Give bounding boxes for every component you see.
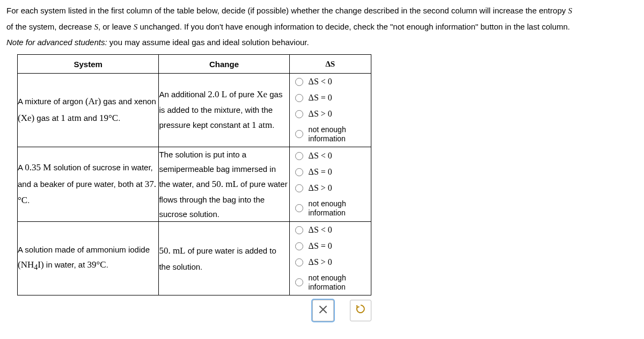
radio-ds-eq[interactable]	[295, 168, 303, 176]
radio-ds-gt[interactable]	[295, 258, 303, 266]
option-label: ΔS = 0	[309, 167, 332, 177]
table-row: A 0.35 M solution of sucrose in water, a…	[18, 147, 371, 222]
system-cell: A 0.35 M solution of sucrose in water, a…	[18, 147, 159, 222]
table-row: A mixture of argon (Ar) gas and xenon (X…	[18, 74, 371, 147]
intro-text: , or leave	[98, 22, 134, 31]
change-cell: An additional 2.0 L of pure Xe gas is ad…	[159, 74, 289, 147]
option-label: ΔS > 0	[309, 109, 332, 119]
change-cell: The solution is put into a semipermeable…	[159, 147, 289, 222]
option-label: ΔS > 0	[309, 257, 332, 267]
close-icon	[319, 304, 327, 316]
radio-ds-eq[interactable]	[295, 94, 303, 102]
answer-cell: ΔS < 0 ΔS = 0 ΔS > 0 not enoughinformati…	[289, 222, 371, 295]
option-label: not enoughinformation	[309, 125, 346, 143]
entropy-symbol: S	[94, 23, 98, 31]
option-label: ΔS < 0	[309, 77, 332, 86]
option-label: not enoughinformation	[309, 273, 346, 292]
change-cell: 50. mL of pure water is added to the sol…	[159, 222, 289, 295]
note-prefix: Note for advanced students:	[6, 38, 107, 47]
entropy-symbol: S	[568, 6, 572, 15]
reset-button[interactable]	[350, 300, 371, 321]
undo-icon	[355, 304, 366, 317]
intro-text: unchanged. If you don't have enough info…	[137, 22, 570, 31]
answer-cell: ΔS < 0 ΔS = 0 ΔS > 0 not enoughinformati…	[289, 147, 371, 222]
option-label: ΔS < 0	[309, 151, 332, 161]
header-system: System	[18, 55, 159, 74]
instructions: For each system listed in the first colu…	[6, 4, 638, 33]
radio-nei[interactable]	[295, 130, 303, 138]
answer-cell: ΔS < 0 ΔS = 0 ΔS > 0 not enoughinformati…	[289, 74, 371, 147]
system-cell: A solution made of ammonium iodide (NH4I…	[18, 222, 159, 295]
option-label: ΔS < 0	[309, 225, 332, 235]
note: Note for advanced students: you may assu…	[6, 38, 638, 47]
radio-nei[interactable]	[295, 278, 303, 286]
question-table: System Change ΔS A mixture of argon (Ar)…	[17, 54, 371, 295]
note-rest: you may assume ideal gas and ideal solut…	[107, 38, 309, 47]
option-label: ΔS > 0	[309, 183, 332, 193]
intro-text: of the system, decrease	[6, 22, 94, 31]
system-cell: A mixture of argon (Ar) gas and xenon (X…	[18, 74, 159, 147]
option-label: ΔS = 0	[309, 93, 332, 103]
radio-nei[interactable]	[295, 204, 303, 212]
table-row: A solution made of ammonium iodide (NH4I…	[18, 222, 371, 295]
footer-buttons	[17, 300, 404, 321]
radio-ds-gt[interactable]	[295, 184, 303, 192]
radio-ds-eq[interactable]	[295, 242, 303, 250]
option-label: ΔS = 0	[309, 241, 332, 251]
header-change: Change	[159, 55, 289, 74]
radio-ds-lt[interactable]	[295, 152, 303, 160]
intro-text: For each system listed in the first colu…	[6, 6, 568, 15]
option-label: not enoughinformation	[309, 199, 346, 218]
header-deltaS: ΔS	[289, 55, 371, 74]
radio-ds-lt[interactable]	[295, 78, 303, 86]
radio-ds-gt[interactable]	[295, 110, 303, 118]
radio-ds-lt[interactable]	[295, 226, 303, 234]
close-button[interactable]	[312, 300, 334, 321]
